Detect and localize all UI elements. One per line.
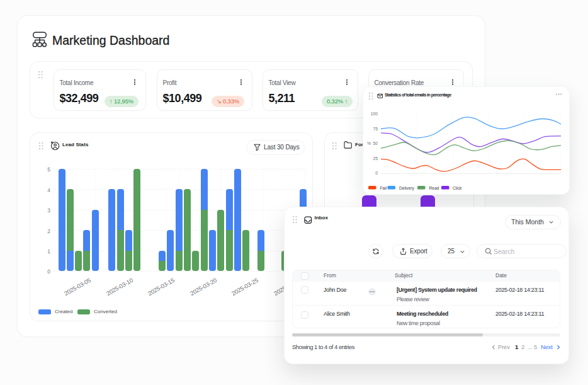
svg-text:100: 100	[371, 112, 378, 116]
svg-text:Read: Read	[429, 186, 439, 190]
svg-text:25: 25	[373, 156, 378, 161]
svg-text:0: 0	[375, 171, 378, 175]
svg-text:Click: Click	[453, 186, 462, 190]
svg-text:50: 50	[373, 141, 378, 146]
svg-text:75: 75	[373, 127, 378, 131]
svg-text:Fail: Fail	[380, 186, 387, 190]
svg-text:%: %	[367, 141, 371, 146]
svg-text:Delivery: Delivery	[399, 186, 415, 191]
